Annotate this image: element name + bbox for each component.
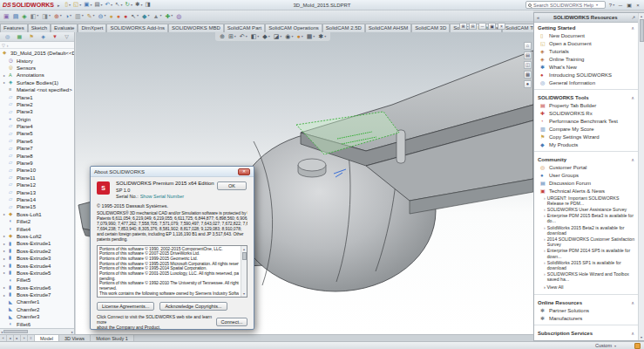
dropdown-caret-icon[interactable]: ▾ — [70, 14, 71, 17]
tree-item[interactable]: ▸ ▱ Plane5 — [0, 130, 74, 137]
tree-item[interactable]: ▸ ≡ Material <not specified> — [0, 86, 74, 93]
scroll-up-arrow-icon[interactable]: ▴ — [641, 14, 642, 18]
section-community[interactable]: Community ∧ — [534, 154, 638, 163]
tree-root-item[interactable]: ◆ 3D_Mold_2015 (Default<<Default>_Dis — [0, 50, 74, 57]
tree-item[interactable]: ▸ ▱ Plane10 — [0, 167, 74, 174]
featuremanager-tab[interactable]: ▼ — [52, 34, 58, 39]
task-pane-link[interactable]: ✱What's New — [534, 63, 638, 71]
tree-item[interactable]: ▸ ▱ Plane6 — [0, 138, 74, 145]
dropdown-caret-icon[interactable]: ▾ — [291, 35, 293, 38]
show-serial-number-link[interactable]: Show Serial Number — [140, 194, 184, 201]
task-pane-link[interactable]: ◔Performance Benchmark Test — [534, 117, 638, 125]
task-pane-link[interactable]: ▤Discussion Forum — [534, 179, 638, 187]
dropdown-caret-icon[interactable]: ▾ — [49, 14, 51, 17]
dropdown-caret-icon[interactable]: ▾ — [121, 3, 123, 7]
dropdown-caret-icon[interactable]: ▾ — [159, 14, 161, 17]
tree-item[interactable]: ▸ A Annotations — [0, 72, 74, 79]
tree-item[interactable]: ▸ ◆ Boss-Loft2 — [0, 233, 74, 240]
scroll-up-arrow-icon[interactable]: ▴ — [243, 247, 245, 251]
toolbar-icon[interactable]: ✎▾ — [87, 13, 95, 19]
toolbar-icon[interactable]: ✚▾ — [165, 13, 173, 19]
dropdown-caret-icon[interactable]: ▾ — [324, 35, 326, 38]
tree-item[interactable]: ▸ ▱ Plane15 — [0, 203, 74, 210]
toolbar-icon[interactable]: ◨▾ — [42, 13, 51, 19]
toolbar-icon[interactable]: ● — [109, 13, 112, 19]
toolbar-icon[interactable]: ↖▾ — [131, 13, 139, 19]
solidcam-status-icon[interactable] — [634, 343, 641, 349]
view-all-link[interactable]: › View All — [534, 283, 638, 291]
dropdown-caret-icon[interactable]: ▾ — [131, 3, 132, 7]
task-pane-tab[interactable]: ⌂ — [524, 42, 532, 50]
dropdown-caret-icon[interactable]: ▾ — [90, 3, 92, 7]
tree-item[interactable]: ▸ ▱ Plane14 — [0, 196, 74, 203]
commandmanager-tab[interactable]: SolidCAM 3D — [411, 24, 450, 32]
tree-filter-row[interactable]: ▽ › — [0, 42, 74, 49]
tree-item[interactable]: ▸ ◈ Surface Bodies(1) — [0, 79, 74, 86]
quick-icon[interactable]: ▯▾ — [64, 2, 71, 8]
dropdown-caret-icon[interactable]: ▾ — [234, 35, 236, 38]
task-pane-link[interactable]: ▤Property Tab Builder — [534, 101, 638, 109]
expand-arrow-icon[interactable]: ▸ — [3, 242, 8, 246]
expand-arrow-icon[interactable]: ▸ — [3, 73, 8, 78]
toolbar-icon[interactable]: ▣ — [3, 13, 10, 19]
collapse-chevron-icon[interactable]: ∧ — [631, 25, 634, 31]
expand-arrow-icon[interactable]: ▸ — [3, 293, 8, 298]
document-tab[interactable]: 3D Views — [59, 335, 91, 341]
doc-window-control-button[interactable]: × — [498, 23, 505, 30]
news-link[interactable]: ›SOLIDWORKS Hole Wizard and Toolbox save… — [544, 271, 635, 283]
expand-arrow-icon[interactable]: ▸ — [3, 257, 8, 261]
tree-item[interactable]: ▸ ◷ History — [0, 57, 74, 64]
view-tool-icon[interactable]: ↶▾ — [240, 33, 247, 39]
menu-flyout-icon[interactable]: ▸ — [58, 3, 60, 8]
news-link[interactable]: ›Enterprise PDM 2015 Beta3 is available … — [544, 213, 635, 224]
doc-window-control-button[interactable]: ⊞ — [459, 23, 467, 30]
news-link[interactable]: ›SolidWorks 2015 Beta2 is available for … — [544, 224, 635, 236]
featuremanager-tab[interactable]: ◎ — [5, 34, 10, 39]
task-pane-link[interactable]: ✱Partner Solutions — [534, 306, 638, 314]
view-tool-icon[interactable]: ▦▾ — [307, 33, 315, 39]
scrollbar-thumb[interactable] — [640, 19, 644, 42]
filter-expand-icon[interactable]: › — [7, 43, 9, 48]
tree-item[interactable]: ▸ ◖ Fillet5 — [0, 277, 74, 284]
commandmanager-tab[interactable]: DimXpert — [78, 24, 106, 32]
toolbar-icon[interactable]: ◍ — [176, 13, 181, 19]
expand-arrow-icon[interactable]: ▸ — [3, 263, 8, 268]
tab-scroll-button[interactable]: ▸ — [14, 335, 21, 341]
dropdown-caret-icon[interactable]: ▾ — [60, 14, 62, 17]
tab-scroll-button[interactable]: ≡ — [28, 335, 35, 341]
dropdown-caret-icon[interactable]: ▾ — [302, 35, 303, 38]
dropdown-caret-icon[interactable]: ▾ — [268, 35, 270, 38]
expand-arrow-icon[interactable]: ▸ — [3, 234, 8, 238]
search-input[interactable]: Search SOLIDWORKS Help ▾ — [525, 1, 606, 9]
dropdown-caret-icon[interactable]: ▾ — [82, 14, 84, 17]
dropdown-caret-icon[interactable]: ▾ — [313, 35, 315, 38]
featuremanager-tab[interactable]: ◈ — [41, 34, 45, 39]
task-pane-tab[interactable]: ▦ — [524, 71, 532, 79]
tree-item[interactable]: ▸ ▱ Plane4 — [0, 123, 74, 130]
task-pane-link[interactable]: ●Introducing SOLIDWORKS — [534, 71, 638, 79]
task-pane-link[interactable]: ●User Groups — [534, 171, 638, 179]
toolbar-icon[interactable]: ⊖▾ — [98, 13, 106, 19]
toolbar-icon[interactable]: ● — [124, 13, 127, 19]
copyright-listbox[interactable]: Portions of this software © 1990, 2002-2… — [97, 245, 247, 298]
task-pane-link[interactable]: ▣Technical Alerts & News — [534, 187, 638, 195]
news-link[interactable]: ›SolidWorks 2015 SP1 is available for do… — [544, 259, 635, 270]
scrollbar-thumb[interactable] — [3, 330, 28, 333]
units-selector[interactable]: Custom — [595, 343, 612, 348]
connect-button[interactable]: Connect... — [216, 318, 247, 326]
tree-item[interactable]: ▸ ▮ Boss-Extrude5 — [0, 270, 74, 277]
commandmanager-tab[interactable]: SolidCAM AHSM — [365, 24, 411, 32]
commandmanager-tab[interactable]: SolidCAM 2.5D — [322, 24, 365, 32]
tree-item[interactable]: ▸ ▮ Boss-Extrude2 — [0, 248, 74, 255]
toolbar-icon[interactable]: ◧▾ — [31, 13, 39, 19]
tab-scroll-button[interactable]: « — [0, 335, 7, 341]
tree-item[interactable]: ▸ ◖ Fillet4 — [0, 225, 74, 232]
toolbar-icon[interactable]: ◆▾ — [142, 13, 149, 19]
task-pane-link[interactable]: ✱Manufacturers — [534, 314, 638, 322]
task-pane-tab[interactable]: ▤ — [524, 51, 532, 59]
pushpin-icon[interactable]: ↗ — [631, 15, 635, 20]
toolbar-icon[interactable]: ▲▾ — [153, 13, 161, 19]
view-tool-icon[interactable]: ◧▾ — [251, 33, 260, 39]
tab-scroll-button[interactable]: ◂ — [7, 335, 14, 341]
tree-item[interactable]: ▸ + Origin — [0, 116, 74, 123]
